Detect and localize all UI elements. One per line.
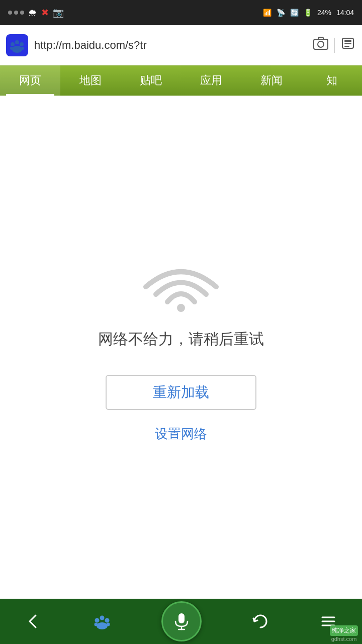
- status-bar: 🌧 ✖ 📷 📶 📡 🔄 🔋 24% 14:04: [0, 0, 362, 25]
- url-display: http://m.baidu.com/s?tr: [34, 39, 307, 52]
- refresh-button[interactable]: [251, 612, 269, 630]
- tab-webpage[interactable]: 网页: [0, 65, 60, 96]
- svg-point-13: [177, 304, 185, 312]
- tab-apps[interactable]: 应用: [181, 65, 241, 96]
- svg-point-17: [105, 618, 110, 623]
- battery-icon: 🔋: [304, 9, 312, 17]
- missed-call-icon: ✖: [41, 7, 49, 18]
- svg-rect-8: [318, 37, 323, 40]
- tab-news[interactable]: 新闻: [241, 65, 302, 96]
- svg-point-5: [21, 47, 24, 50]
- address-bar: http://m.baidu.com/s?tr: [0, 25, 362, 65]
- reload-button-text: 重新加载: [153, 383, 209, 402]
- svg-point-18: [95, 623, 98, 626]
- nav-tabs: 网页 地图 贴吧 应用 新闻 知: [0, 65, 362, 96]
- no-connection-icon: [141, 252, 221, 314]
- battery-percent: 24%: [317, 9, 331, 17]
- tab-icon[interactable]: [341, 37, 356, 53]
- dot-2: [14, 11, 18, 15]
- svg-point-7: [318, 41, 324, 47]
- status-right: 📶 📡 🔄 🔋 24% 14:04: [263, 9, 354, 17]
- svg-rect-10: [344, 40, 351, 42]
- toolbar-icons: [313, 37, 356, 53]
- dot-1: [8, 11, 12, 15]
- svg-point-2: [15, 40, 19, 44]
- svg-point-14: [97, 622, 108, 629]
- baidu-home-button[interactable]: [93, 612, 112, 631]
- mic-button[interactable]: [161, 601, 202, 641]
- svg-rect-11: [344, 43, 351, 44]
- screenshot-icon: 📷: [53, 7, 64, 18]
- svg-point-1: [11, 42, 15, 46]
- svg-point-3: [20, 42, 24, 46]
- url-input-container[interactable]: http://m.baidu.com/s?tr: [34, 39, 307, 52]
- dot-3: [20, 11, 24, 15]
- baidu-logo: [6, 34, 28, 56]
- svg-point-0: [12, 46, 22, 53]
- svg-point-16: [100, 616, 105, 620]
- status-dots: [8, 11, 24, 15]
- wifi-status-icon: 📡: [277, 9, 285, 17]
- tab-map[interactable]: 地图: [60, 65, 121, 96]
- svg-point-15: [95, 618, 100, 623]
- svg-point-4: [10, 47, 13, 50]
- svg-rect-20: [178, 613, 185, 623]
- watermark: 纯净之家 gdhst.com: [330, 625, 358, 642]
- toolbar-divider: [334, 38, 335, 53]
- sim-icon: 📶: [263, 9, 272, 17]
- time-display: 14:04: [336, 9, 354, 17]
- back-button[interactable]: [25, 612, 43, 630]
- sync-icon: 🔄: [290, 9, 299, 17]
- status-left: 🌧 ✖ 📷: [8, 7, 64, 18]
- tab-tieba[interactable]: 贴吧: [121, 65, 181, 96]
- error-page: 网络不给力，请稍后重试 重新加载 设置网络: [0, 96, 362, 599]
- reload-button[interactable]: 重新加载: [106, 375, 256, 410]
- weather-icon: 🌧: [28, 8, 37, 18]
- tab-zhidao[interactable]: 知: [302, 65, 362, 96]
- network-settings-link[interactable]: 设置网络: [155, 425, 207, 443]
- svg-rect-12: [344, 46, 349, 47]
- camera-icon[interactable]: [313, 37, 328, 53]
- svg-point-19: [107, 623, 110, 626]
- bottom-bar: 纯净之家 gdhst.com: [0, 599, 362, 644]
- error-message: 网络不给力，请稍后重试: [98, 329, 264, 350]
